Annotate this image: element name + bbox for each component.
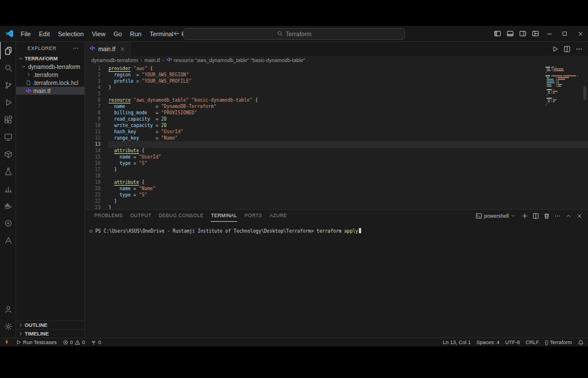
- editor-more-icon[interactable]: [575, 45, 583, 53]
- toggle-sidebar-icon[interactable]: [494, 30, 501, 37]
- panel-tab-terminal[interactable]: TERMINAL: [211, 210, 237, 222]
- workspace-section[interactable]: TERRAFORM: [16, 54, 84, 63]
- maximize-button[interactable]: [557, 26, 572, 41]
- breadcrumb-label: main.tf: [145, 57, 160, 63]
- menu-view[interactable]: View: [88, 30, 110, 37]
- shell-selector[interactable]: powershell: [475, 213, 516, 219]
- code-line-20[interactable]: name = "Name": [109, 186, 588, 192]
- terminal-more-icon[interactable]: [554, 213, 561, 219]
- activity-explorer[interactable]: [0, 42, 16, 59]
- run-button[interactable]: [551, 45, 559, 53]
- code-line-21[interactable]: type = "S": [109, 192, 588, 198]
- code-line-19[interactable]: attribute {: [109, 179, 588, 186]
- command-decoration-icon[interactable]: [90, 230, 92, 233]
- tree-item-.terraform[interactable]: .terraform: [16, 71, 84, 79]
- scrollbar-thumb[interactable]: [583, 86, 586, 100]
- command-center[interactable]: Terraform: [183, 28, 405, 40]
- activity-testing[interactable]: [0, 163, 16, 180]
- customize-layout-icon[interactable]: [532, 30, 539, 37]
- menu-edit[interactable]: Edit: [35, 30, 54, 37]
- back-button[interactable]: [173, 30, 180, 37]
- code-line-11[interactable]: hash_key = "UserId": [109, 129, 588, 135]
- file-tree: dynamodb-terraform.terraform.terraform.l…: [16, 63, 84, 95]
- minimap[interactable]: [546, 67, 579, 106]
- code-line-7[interactable]: name = "DynamoDB-Terraform": [109, 103, 588, 110]
- code-line-8[interactable]: billing_mode = "PROVISIONED": [109, 110, 588, 116]
- close-tab-icon[interactable]: [119, 46, 126, 52]
- activity-run-and-debug[interactable]: [0, 94, 16, 111]
- menu-selection[interactable]: Selection: [54, 30, 88, 37]
- status-indentation[interactable]: Spaces: 4: [477, 340, 500, 345]
- code-editor[interactable]: 1234567891011121314151617181920212223 pr…: [85, 64, 588, 209]
- menu-file[interactable]: File: [17, 30, 35, 37]
- code-line-17[interactable]: }: [109, 167, 588, 173]
- menu-run[interactable]: Run: [126, 30, 145, 37]
- code-line-23[interactable]: }: [109, 205, 588, 209]
- breadcrumb-item[interactable]: dynamodb-terraform: [91, 57, 138, 63]
- code-line-22[interactable]: }: [109, 198, 588, 205]
- timeline-section[interactable]: TIMELINE: [16, 329, 84, 338]
- status-run-testcases[interactable]: Run Testcases: [16, 340, 57, 345]
- minimap-line: [546, 94, 579, 95]
- panel-tab-azure[interactable]: AZURE: [269, 210, 287, 222]
- toggle-panel-icon[interactable]: [506, 30, 514, 37]
- tree-item-main.tf[interactable]: main.tf: [16, 87, 84, 95]
- status-language[interactable]: {}Terraform: [545, 340, 572, 345]
- code-line-18[interactable]: [109, 173, 588, 179]
- tree-item-dynamodb-terraform[interactable]: dynamodb-terraform: [16, 63, 84, 71]
- activity-extensions[interactable]: [0, 111, 16, 128]
- new-terminal-icon[interactable]: [521, 213, 528, 219]
- code-line-15[interactable]: name = "UserId": [109, 154, 588, 160]
- breadcrumb-item[interactable]: resource "aws_dynamodb_table" "basic-dyn…: [167, 57, 305, 63]
- close-panel-icon[interactable]: [576, 213, 583, 219]
- code-line-14[interactable]: attribute {: [109, 148, 588, 154]
- panel-tab-ports[interactable]: PORTS: [245, 210, 262, 222]
- code-line-10[interactable]: write_capacity = 20: [109, 122, 588, 129]
- panel-tab-output[interactable]: OUTPUT: [130, 210, 152, 222]
- status-problems[interactable]: 00: [63, 340, 85, 345]
- maximize-panel-icon[interactable]: [565, 213, 572, 219]
- activity-search[interactable]: [0, 59, 16, 76]
- activity-dev-containers[interactable]: [0, 145, 16, 163]
- code-line-4[interactable]: }: [109, 84, 588, 91]
- code-line-5[interactable]: [109, 91, 588, 97]
- close-button[interactable]: [572, 26, 588, 41]
- explorer-more-icon[interactable]: [72, 45, 79, 52]
- status-ports[interactable]: 0: [91, 340, 101, 345]
- activity-account[interactable]: [0, 300, 16, 318]
- code-line-13[interactable]: [109, 141, 588, 148]
- activity-azure[interactable]: [0, 232, 16, 249]
- panel-tab-debug-console[interactable]: DEBUG CONSOLE: [158, 210, 203, 222]
- breadcrumb-item[interactable]: main.tf: [145, 57, 160, 63]
- kill-terminal-icon[interactable]: [543, 213, 550, 219]
- code-line-12[interactable]: range_key = "Name": [109, 135, 588, 141]
- terminal-body[interactable]: PS C:\Users\ASUS\OneDrive - Rustamji Ins…: [85, 222, 588, 338]
- activity-source-control[interactable]: [0, 76, 16, 94]
- code-line-9[interactable]: read_capacity = 20: [109, 116, 588, 122]
- status-notifications[interactable]: [578, 340, 584, 346]
- tree-item-.terraform.lock.hcl[interactable]: .terraform.lock.hcl: [16, 79, 84, 87]
- split-editor-icon[interactable]: [563, 45, 571, 53]
- status-eol[interactable]: CRLF: [525, 340, 539, 345]
- code-line-6[interactable]: resource "aws_dynamodb_table" "basic-dyn…: [109, 97, 588, 103]
- code-line-16[interactable]: type = "S": [109, 160, 588, 167]
- toggle-secondary-sidebar-icon[interactable]: [519, 30, 527, 37]
- activity-settings[interactable]: [0, 318, 16, 335]
- code-line-3[interactable]: profile = "YOUR_AWS_PROFILE": [109, 78, 588, 84]
- code-line-2[interactable]: region = "YOUR_AWS_REGION": [109, 72, 588, 78]
- minimize-button[interactable]: [541, 26, 557, 41]
- panel-tab-problems[interactable]: PROBLEMS: [94, 210, 123, 222]
- activity-docker[interactable]: [0, 197, 16, 214]
- outline-section[interactable]: OUTLINE: [16, 321, 84, 329]
- line-number: 13: [85, 141, 100, 148]
- tab-main-tf[interactable]: main.tf: [85, 42, 131, 56]
- status-flash[interactable]: [4, 338, 10, 346]
- status-encoding[interactable]: UTF-8: [505, 340, 520, 345]
- code-line-1[interactable]: provider "aws" {: [109, 65, 588, 72]
- activity-bar-chart[interactable]: [0, 180, 16, 197]
- menu-go[interactable]: Go: [110, 30, 126, 37]
- activity-remote-explorer[interactable]: [0, 128, 16, 145]
- status-cursor-position[interactable]: Ln 13, Col 1: [443, 340, 471, 345]
- activity-circle-extension[interactable]: [0, 214, 16, 232]
- split-terminal-icon[interactable]: [532, 213, 539, 219]
